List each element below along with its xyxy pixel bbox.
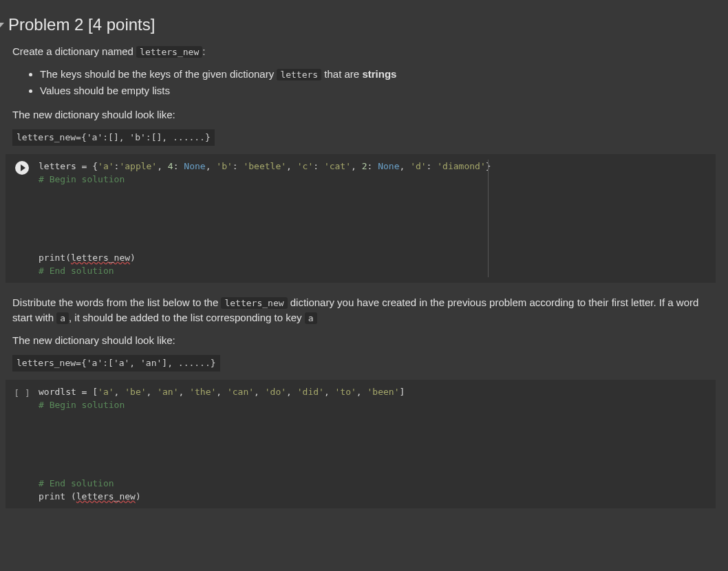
example-output-2: letters_new={'a':['a', 'an'], ......} xyxy=(12,355,220,371)
code-editor-1[interactable]: letters = {'a':'apple', 4: None, 'b': 'b… xyxy=(39,160,716,277)
intro-text: Create a dictionary named letters_new: xyxy=(12,44,716,60)
run-cell-button[interactable] xyxy=(15,161,29,175)
list-item: The keys should be the keys of the given… xyxy=(40,67,716,83)
code-cell-1[interactable]: letters = {'a':'apple', 4: None, 'b': 'b… xyxy=(6,154,716,283)
cell-divider-line xyxy=(488,160,489,277)
code-a-2: a xyxy=(305,312,317,324)
requirements-list: The keys should be the keys of the given… xyxy=(40,67,716,99)
collapse-arrow-icon[interactable] xyxy=(0,23,4,28)
section-header[interactable]: Problem 2 [4 points] xyxy=(0,0,716,44)
list-item: Values should be empty lists xyxy=(40,83,716,99)
example-intro-2: The new dictionary should look like: xyxy=(12,333,716,349)
problem-title: Problem 2 [4 points] xyxy=(8,12,155,37)
code-editor-2[interactable]: wordlst = ['a', 'be', 'an', 'the', 'can'… xyxy=(39,385,716,503)
example-intro: The new dictionary should look like: xyxy=(12,107,716,123)
code-a-1: a xyxy=(56,312,69,324)
code-letters-new-2: letters_new xyxy=(221,297,287,309)
part2-text: Distribute the words from the list below… xyxy=(12,295,716,326)
code-cell-2[interactable]: [ ] wordlst = ['a', 'be', 'an', 'the', '… xyxy=(6,380,716,508)
code-letters-new: letters_new xyxy=(136,46,202,58)
example-output-1: letters_new={'a':[], 'b':[], ......} xyxy=(12,129,215,146)
cell-execution-indicator[interactable]: [ ] xyxy=(14,388,30,398)
code-letters: letters xyxy=(277,69,321,80)
